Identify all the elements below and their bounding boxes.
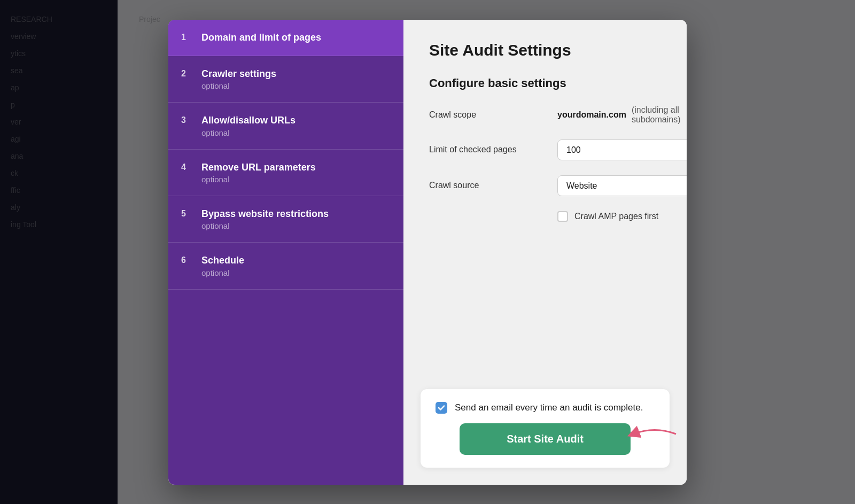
sidebar-item-1-number: 1 — [181, 33, 192, 42]
sidebar-item-2-content: Crawler settings optional — [201, 68, 276, 90]
sidebar-item-schedule[interactable]: 6 Schedule optional — [168, 243, 403, 289]
site-audit-modal: 1 Domain and limit of pages 2 Crawler se… — [168, 20, 687, 485]
sidebar-item-domain[interactable]: 1 Domain and limit of pages — [168, 20, 403, 56]
crawl-amp-checkbox[interactable] — [557, 211, 568, 222]
crawl-source-label: Crawl source — [429, 181, 557, 190]
crawl-scope-value: yourdomain.com (including all subdomains… — [557, 105, 687, 125]
sidebar-item-4-content: Remove URL parameters optional — [201, 161, 316, 184]
limit-value: 100 500 1000 5000 10000 50000 100000 ▼ p… — [557, 139, 687, 160]
email-checkbox[interactable] — [436, 402, 447, 414]
sidebar-item-5-title: Bypass website restrictions — [201, 208, 329, 220]
start-audit-container: Start Site Audit — [436, 423, 655, 455]
sidebar-item-1-title: Domain and limit of pages — [201, 32, 321, 44]
crawl-amp-row: Crawl AMP pages first — [557, 211, 661, 222]
sidebar-item-6-number: 6 — [181, 255, 192, 265]
sidebar-item-3-subtitle: optional — [201, 128, 296, 137]
sidebar-item-3-title: Allow/disallow URLs — [201, 114, 296, 127]
limit-row: Limit of checked pages 100 500 1000 5000… — [429, 139, 661, 160]
sidebar-item-2-number: 2 — [181, 69, 192, 79]
email-checkbox-row: Send an email every time an audit is com… — [436, 402, 655, 414]
crawl-scope-label: Crawl scope — [429, 110, 557, 120]
crawl-source-row: Crawl source Website Sitemap Website and… — [429, 175, 661, 196]
sidebar-item-4-title: Remove URL parameters — [201, 161, 316, 174]
domain-suffix: (including all subdomains) — [632, 105, 681, 125]
checkmark-icon — [438, 404, 445, 412]
content-inner: Site Audit Settings Configure basic sett… — [403, 20, 687, 389]
limit-select-wrapper: 100 500 1000 5000 10000 50000 100000 ▼ — [557, 139, 687, 160]
modal-sidebar: 1 Domain and limit of pages 2 Crawler se… — [168, 20, 403, 485]
sidebar-item-5-number: 5 — [181, 209, 192, 219]
sidebar-item-3-content: Allow/disallow URLs optional — [201, 114, 296, 137]
sidebar-item-6-title: Schedule — [201, 254, 244, 267]
start-audit-button[interactable]: Start Site Audit — [460, 423, 631, 455]
email-label: Send an email every time an audit is com… — [455, 402, 643, 413]
sidebar-item-4-number: 4 — [181, 162, 192, 172]
sidebar-item-6-content: Schedule optional — [201, 254, 244, 277]
modal-backdrop: 1 Domain and limit of pages 2 Crawler se… — [0, 0, 855, 504]
limit-label: Limit of checked pages — [429, 145, 557, 154]
modal-content: Site Audit Settings Configure basic sett… — [403, 20, 687, 485]
domain-text: yourdomain.com — [557, 110, 626, 120]
sidebar-item-crawler[interactable]: 2 Crawler settings optional — [168, 56, 403, 103]
crawl-amp-label: Crawl AMP pages first — [574, 212, 658, 221]
action-panel: Send an email every time an audit is com… — [421, 389, 670, 468]
sidebar-item-bypass[interactable]: 5 Bypass website restrictions optional — [168, 196, 403, 243]
crawl-source-select[interactable]: Website Sitemap Website and Sitemap — [557, 175, 687, 196]
limit-select[interactable]: 100 500 1000 5000 10000 50000 100000 — [557, 139, 687, 160]
sidebar-item-allow-disallow[interactable]: 3 Allow/disallow URLs optional — [168, 103, 403, 149]
sidebar-item-5-subtitle: optional — [201, 221, 329, 230]
sidebar-item-3-number: 3 — [181, 115, 192, 125]
sidebar-item-6-subtitle: optional — [201, 268, 244, 277]
sidebar-item-1-content: Domain and limit of pages — [201, 32, 321, 44]
arrow-indicator — [623, 421, 687, 447]
sidebar-item-remove-url[interactable]: 4 Remove URL parameters optional — [168, 150, 403, 196]
sidebar-item-2-title: Crawler settings — [201, 68, 276, 80]
section-title: Configure basic settings — [429, 76, 661, 90]
edit-icon[interactable]: ✏️ — [686, 110, 687, 120]
crawl-source-value: Website Sitemap Website and Sitemap ▼ — [557, 175, 687, 196]
sidebar-item-2-subtitle: optional — [201, 81, 276, 90]
sidebar-item-5-content: Bypass website restrictions optional — [201, 208, 329, 230]
crawl-source-select-wrapper: Website Sitemap Website and Sitemap ▼ — [557, 175, 687, 196]
sidebar-item-4-subtitle: optional — [201, 175, 316, 184]
crawl-scope-row: Crawl scope yourdomain.com (including al… — [429, 105, 661, 125]
page-title: Site Audit Settings — [429, 41, 661, 59]
